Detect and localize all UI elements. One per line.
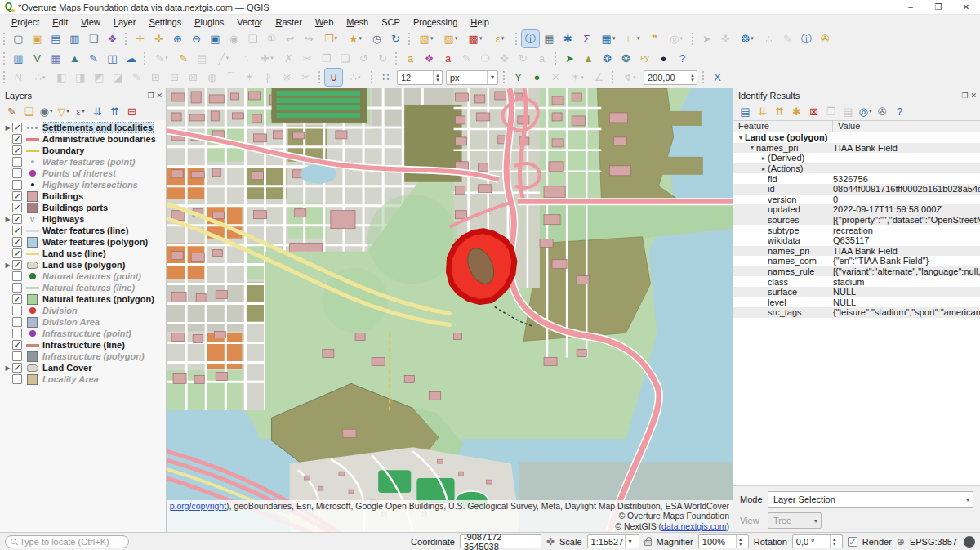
- identify-row-names-pri[interactable]: ▾names_priTIAA Bank Field: [733, 143, 980, 154]
- tree-arrow-icon[interactable]: ▸: [760, 154, 768, 162]
- layer-item-boundary[interactable]: ✓Boundary: [0, 145, 166, 156]
- layer-item-water-features-line-[interactable]: ✓Water features (line): [0, 225, 166, 236]
- layer-item-land-use-line-[interactable]: ✓Land use (line): [0, 248, 166, 259]
- measure-icon[interactable]: ∟▾: [621, 30, 644, 47]
- filter-by-expression-icon[interactable]: ε▾: [73, 104, 88, 119]
- identify-features-icon[interactable]: ⓘ: [522, 30, 539, 47]
- expand-tree-icon[interactable]: ⇊: [755, 104, 770, 119]
- georeferencer-icon[interactable]: ❂▾: [736, 30, 759, 47]
- restore-button[interactable]: ❐: [924, 0, 952, 15]
- toolbar-grip[interactable]: [3, 71, 7, 83]
- layers-panel-float-icon[interactable]: ❐: [147, 92, 154, 100]
- toolbar-grip[interactable]: [702, 71, 706, 83]
- menu-layer[interactable]: Layer: [107, 16, 143, 29]
- identify-mode-icon[interactable]: ◎▾: [858, 104, 873, 119]
- osm-copyright-link[interactable]: eetmap.org/copyright: [170, 501, 226, 512]
- layer-item-land-cover[interactable]: ▶✓Land Cover: [0, 362, 166, 373]
- layer-item-buildings[interactable]: ✓Buildings: [0, 190, 166, 202]
- add-wms-layer-icon[interactable]: ☁: [122, 50, 140, 67]
- expand-arrow-icon[interactable]: ▶: [3, 364, 12, 372]
- mode-select[interactable]: Layer Selection ▾: [768, 491, 973, 508]
- toolbar-grip[interactable]: [144, 52, 147, 65]
- layer-item-settlements-and-localities[interactable]: ▶✓Settlements and localities: [0, 122, 166, 133]
- scp-preview-icon[interactable]: ❂: [617, 50, 635, 67]
- layer-item-water-features-polygon-[interactable]: ✓Water features (polygon): [0, 236, 166, 248]
- identify-row--actions-[interactable]: ▸(Actions): [733, 163, 980, 174]
- menu-vector[interactable]: Vector: [230, 16, 269, 29]
- layer-item-land-use-polygon-[interactable]: ▶✓Land use (polygon): [0, 259, 166, 271]
- statistical-summary-icon[interactable]: Σ: [578, 30, 595, 47]
- lock-scale-icon[interactable]: [644, 540, 652, 546]
- layer-checkbox[interactable]: [12, 374, 22, 384]
- layer-checkbox[interactable]: ✓: [12, 123, 22, 132]
- toolbar-grip[interactable]: [612, 71, 615, 83]
- minimize-button[interactable]: –: [897, 0, 924, 15]
- zoom-full-icon[interactable]: ▣: [207, 30, 224, 47]
- zoom-in-icon[interactable]: ⊕: [169, 30, 186, 47]
- layer-checkbox[interactable]: ✓: [12, 203, 22, 212]
- layer-checkbox[interactable]: [12, 306, 22, 315]
- refresh-map-icon[interactable]: ↻: [387, 30, 404, 47]
- layer-checkbox[interactable]: ✓: [12, 260, 22, 270]
- add-delimited-text-layer-icon[interactable]: ✎: [85, 50, 102, 67]
- toolbar-grip[interactable]: [503, 71, 506, 83]
- identify-row-names-com[interactable]: names_com{"en":"TIAA Bank Field"}: [733, 256, 980, 266]
- identify-row-version[interactable]: version0: [733, 195, 980, 205]
- crs-indicator[interactable]: EPSG:3857: [910, 537, 957, 547]
- expand-arrow-icon[interactable]: ▶: [3, 124, 12, 132]
- layer-item-water-features-point-[interactable]: Water features (point): [0, 156, 166, 168]
- menu-raster[interactable]: Raster: [269, 16, 308, 29]
- add-group-icon[interactable]: ❏: [21, 104, 37, 119]
- whats-this-icon[interactable]: ⓘ: [798, 30, 815, 47]
- locator-input[interactable]: Type to locate (Ctrl+K): [5, 535, 129, 548]
- open-project-icon[interactable]: ▣: [29, 30, 46, 47]
- layer-item-natural-features-line-[interactable]: Natural features (line): [0, 282, 166, 293]
- menu-plugins[interactable]: Plugins: [188, 16, 230, 29]
- layer-diagram-icon[interactable]: ❖: [421, 50, 438, 67]
- select-by-value-icon[interactable]: ▨▾: [439, 30, 462, 47]
- save-project-icon[interactable]: ▤: [47, 30, 65, 47]
- python-console-icon[interactable]: Py: [636, 50, 653, 67]
- identify-row-names-rule[interactable]: names_rule[{"variant":"alternate","langu…: [733, 266, 980, 277]
- layout-manager-icon[interactable]: ❏: [85, 30, 102, 47]
- identify-row-src-tags[interactable]: src_tags{"leisure":"stadium","sport":"am…: [733, 307, 980, 318]
- layer-checkbox[interactable]: ✓: [12, 248, 22, 258]
- layer-checkbox[interactable]: [12, 317, 22, 327]
- toggle-editing-icon[interactable]: ✎: [175, 50, 192, 67]
- scale-combo[interactable]: 1:15527 ▾: [587, 534, 639, 548]
- layer-checkbox[interactable]: [12, 180, 22, 190]
- identify-row-id[interactable]: id08b44f0091716fff0002b161b028a54c: [733, 184, 980, 195]
- layer-item-natural-features-point-[interactable]: Natural features (point): [0, 271, 166, 282]
- add-raster-layer-icon[interactable]: ▦: [47, 50, 65, 67]
- identify-row-subtype[interactable]: subtyperecreation: [733, 225, 980, 235]
- help-contents-icon[interactable]: ?: [674, 50, 691, 67]
- layer-labeling-icon[interactable]: a: [402, 50, 419, 67]
- new-map-view-icon[interactable]: ❐▾: [319, 30, 342, 47]
- identify-panel-close-icon[interactable]: ✕: [970, 92, 977, 100]
- toolbar-grip[interactable]: [125, 33, 128, 45]
- identify-row-sources[interactable]: sources[{"property":"","dataset":"OpenSt…: [733, 215, 980, 226]
- layer-checkbox[interactable]: [12, 283, 22, 293]
- identify-panel-float-icon[interactable]: ❐: [961, 92, 968, 100]
- menu-settings[interactable]: Settings: [142, 16, 188, 29]
- magnifier-spinner[interactable]: 100% ▲▼: [698, 534, 749, 548]
- add-mesh-layer-icon[interactable]: ▲: [66, 50, 83, 67]
- close-button[interactable]: ✕: [952, 0, 980, 15]
- expand-new-results-icon[interactable]: ✱: [789, 104, 804, 119]
- scp-bandset-icon[interactable]: ➤: [561, 50, 578, 67]
- manage-map-themes-icon[interactable]: ◉▾: [38, 104, 54, 119]
- pan-to-selection-icon[interactable]: ✜: [150, 30, 167, 47]
- new-spatial-bookmark-icon[interactable]: ★▾: [344, 30, 367, 47]
- expand-arrow-icon[interactable]: ▶: [3, 216, 12, 223]
- snap-tolerance[interactable]: 12▲▼: [397, 70, 443, 85]
- avoid-overlap-icon[interactable]: ●: [528, 69, 546, 86]
- collapse-tree-icon[interactable]: ⇈: [772, 104, 787, 119]
- toolbar-grip[interactable]: [692, 33, 695, 45]
- map-canvas[interactable]: eetmap.org/copyright), geoBoundaries, Es…: [167, 88, 733, 532]
- pan-map-icon[interactable]: ✛: [131, 30, 149, 47]
- layer-checkbox[interactable]: ✓: [12, 191, 22, 201]
- spinner-arrows-icon[interactable]: ▲▼: [736, 535, 745, 548]
- expand-all-icon[interactable]: ⇊: [90, 104, 105, 119]
- remove-layer-icon[interactable]: ⊟: [124, 104, 140, 119]
- snap-units[interactable]: px▾: [446, 70, 498, 85]
